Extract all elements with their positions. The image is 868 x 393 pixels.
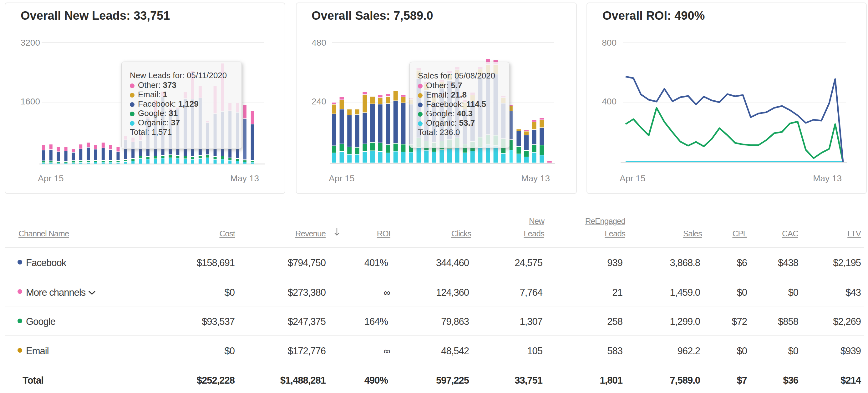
- svg-text:400: 400: [602, 97, 617, 106]
- svg-text:800: 800: [602, 38, 617, 47]
- svg-text:May 13: May 13: [813, 173, 842, 183]
- svg-text:Apr 15: Apr 15: [620, 173, 646, 183]
